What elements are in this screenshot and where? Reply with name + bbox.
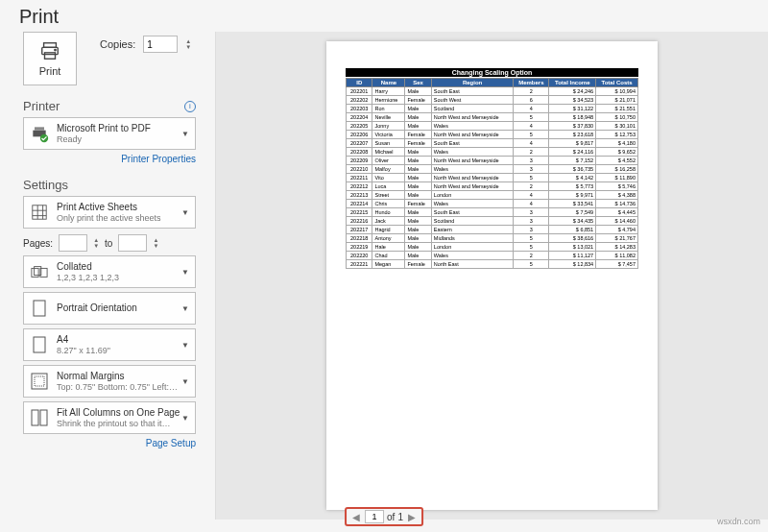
pages-label: Pages: <box>23 238 53 249</box>
chevron-down-icon: ▼ <box>181 208 189 217</box>
table-title: Changing Scaling Option <box>346 68 638 77</box>
pages-to-label: to <box>105 238 112 249</box>
table-row: 202219HaleMaleLondon5$ 13,021$ 14,283 <box>347 243 638 252</box>
svg-rect-0 <box>44 43 57 48</box>
chevron-down-icon: ▼ <box>181 130 189 138</box>
col-header: Region <box>431 79 514 87</box>
svg-rect-7 <box>33 206 46 219</box>
paper-icon <box>30 336 49 353</box>
table-row: 202209OliverMaleNorth West and Merseysid… <box>347 157 638 165</box>
watermark: wsxdn.com <box>717 517 760 526</box>
print-what-dropdown[interactable]: Print Active SheetsOnly print the active… <box>23 196 196 229</box>
col-header: Sex <box>405 79 431 87</box>
chevron-down-icon: ▼ <box>181 268 189 277</box>
col-header: Total Costs <box>596 79 638 87</box>
chevron-down-icon: ▼ <box>181 414 189 423</box>
table-row: 202212LucaMaleNorth West and Merseyside2… <box>347 182 638 191</box>
margins-dropdown[interactable]: Normal MarginsTop: 0.75" Bottom: 0.75" L… <box>23 365 196 398</box>
printer-section-title: Printer <box>23 99 60 113</box>
printer-properties-link[interactable]: Printer Properties <box>23 154 196 164</box>
table-row: 202220ChadMaleWales2$ 11,127$ 11,082 <box>347 252 638 260</box>
table-row: 202210MalfoyMaleWales3$ 36,735$ 16,258 <box>347 165 638 174</box>
table-row: 202218AntonyMaleMidlands5$ 38,616$ 21,76… <box>347 234 638 243</box>
table-row: 202211VitoMaleNorth West and Merseyside5… <box>347 174 638 182</box>
svg-rect-16 <box>34 337 45 352</box>
table-row: 202213StreetMaleLondon4$ 9,971$ 4,388 <box>347 191 638 200</box>
print-button[interactable]: Print <box>23 32 77 85</box>
page-setup-link[interactable]: Page Setup <box>23 438 196 448</box>
page-navigator: ◀ of 1 ▶ <box>345 507 423 526</box>
table-row: 202214ChrisFemaleWales4$ 33,541$ 14,736 <box>347 200 638 208</box>
svg-rect-20 <box>40 410 47 425</box>
col-header: Name <box>372 79 405 87</box>
current-page-input[interactable] <box>365 510 384 523</box>
print-preview-area: Changing Scaling Option IDNameSexRegionM… <box>215 32 768 520</box>
of-label: of <box>387 512 395 522</box>
col-header: Total Income <box>549 79 596 87</box>
printer-status: Ready <box>57 134 189 145</box>
svg-rect-2 <box>45 53 56 59</box>
table-row: 202204NevilleMaleNorth West and Merseysi… <box>347 113 638 122</box>
table-row: 202208MichaelMaleWales2$ 24,116$ 9,652 <box>347 148 638 157</box>
copies-label: Copies: <box>100 38 135 50</box>
svg-rect-15 <box>34 301 45 316</box>
next-page-button[interactable]: ▶ <box>406 512 418 522</box>
svg-point-3 <box>55 49 56 50</box>
sheets-icon <box>30 204 49 221</box>
copies-spinner[interactable]: ▲▼ <box>185 38 191 50</box>
printer-ready-icon <box>30 124 49 143</box>
orientation-dropdown[interactable]: Portrait Orientation ▼ <box>23 292 196 325</box>
table-row: 202202HermioneFemaleSouth West6$ 34,523$… <box>347 96 638 105</box>
pages-to-input[interactable] <box>118 234 147 252</box>
copies-input[interactable] <box>143 36 178 53</box>
col-header: ID <box>347 79 372 87</box>
settings-section-title: Settings <box>23 178 68 192</box>
chevron-down-icon: ▼ <box>181 341 189 350</box>
table-row: 202206VictoriaFemaleNorth West and Merse… <box>347 131 638 139</box>
svg-rect-5 <box>35 127 44 130</box>
table-row: 202201HarryMaleSouth East2$ 24,246$ 10,9… <box>347 87 638 96</box>
portrait-icon <box>30 300 49 317</box>
table-row: 202203RonMaleScotland4$ 31,122$ 21,551 <box>347 105 638 113</box>
page-title: Print <box>0 0 768 32</box>
preview-page: Changing Scaling Option IDNameSexRegionM… <box>326 41 658 510</box>
scaling-dropdown[interactable]: Fit All Columns on One PageShrink the pr… <box>23 401 196 434</box>
preview-table: IDNameSexRegionMembersTotal IncomeTotal … <box>346 78 638 269</box>
table-row: 202221MeganFemaleNorth East5$ 12,834$ 7,… <box>347 260 638 269</box>
collate-icon <box>30 265 49 278</box>
print-settings-panel: Print Copies: ▲▼ Printer i Microsoft Pri… <box>0 32 215 520</box>
table-row: 202215HundoMaleSouth East3$ 7,549$ 4,445 <box>347 208 638 217</box>
svg-rect-18 <box>35 376 44 386</box>
chevron-down-icon: ▼ <box>181 377 189 386</box>
printer-icon <box>39 40 60 63</box>
svg-rect-17 <box>32 374 47 389</box>
margins-icon <box>30 373 49 390</box>
prev-page-button[interactable]: ◀ <box>350 512 362 522</box>
table-row: 202217HagridMaleEastern3$ 6,851$ 4,794 <box>347 226 638 234</box>
printer-dropdown[interactable]: Microsoft Print to PDF Ready ▼ <box>23 117 196 150</box>
paper-size-dropdown[interactable]: A48.27" x 11.69" ▼ <box>23 328 196 361</box>
collate-dropdown[interactable]: Collated1,2,3 1,2,3 1,2,3 ▼ <box>23 255 196 288</box>
table-row: 202205JonnyMaleWales4$ 37,830$ 30,101 <box>347 122 638 131</box>
info-icon[interactable]: i <box>184 101 196 112</box>
pages-from-input[interactable] <box>59 234 87 252</box>
print-button-label: Print <box>39 65 61 77</box>
printer-name: Microsoft Print to PDF <box>57 123 189 134</box>
table-row: 202207SusanFemaleSouth East4$ 9,817$ 4,1… <box>347 139 638 148</box>
total-pages: 1 <box>397 512 403 522</box>
scaling-icon <box>30 409 49 426</box>
table-row: 202216JackMaleScotland3$ 34,435$ 14,460 <box>347 217 638 226</box>
col-header: Members <box>514 79 549 87</box>
chevron-down-icon: ▼ <box>181 304 189 313</box>
svg-rect-19 <box>32 410 38 425</box>
